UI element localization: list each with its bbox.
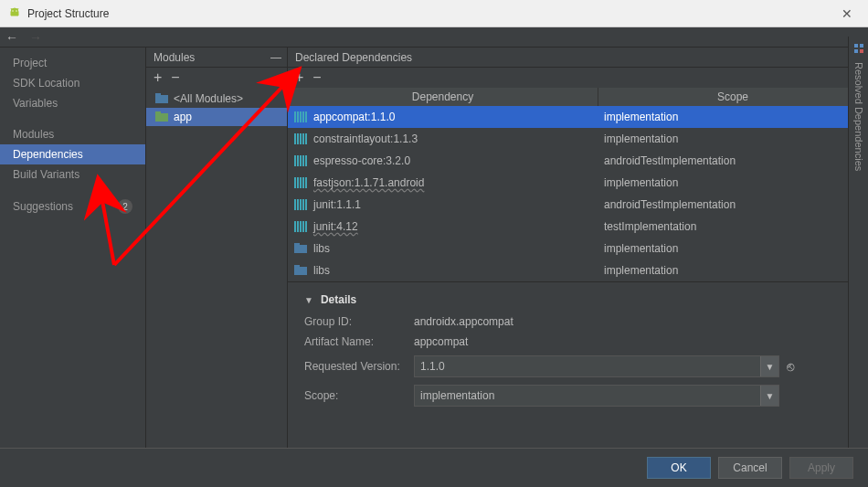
dependency-row[interactable]: libsimplementation [288, 238, 868, 259]
dependency-name: junit:4.12 [313, 220, 358, 233]
nav-suggestions[interactable]: Suggestions 2 [0, 196, 145, 217]
chevron-down-icon[interactable]: ▼ [760, 356, 778, 376]
library-icon [293, 198, 308, 211]
dependencies-panel: Declared Dependencies + − Dependency Sco… [288, 48, 868, 448]
ok-button[interactable]: OK [647, 457, 711, 479]
version-dropdown[interactable]: 1.1.0 ▼ [414, 355, 779, 377]
svg-rect-12 [297, 133, 299, 144]
resolved-dependencies-tab[interactable]: Resolved Dependencies [848, 37, 868, 448]
dependency-name: espresso-core:3.2.0 [313, 154, 410, 167]
cancel-button[interactable]: Cancel [718, 457, 782, 479]
svg-rect-30 [305, 199, 307, 210]
nav-modules[interactable]: Modules [0, 124, 145, 144]
dependency-scope: implementation [598, 132, 868, 145]
svg-rect-19 [302, 155, 304, 166]
details-section: ▼ Details Group ID: androidx.appcompat A… [288, 281, 868, 421]
add-module-button[interactable]: + [153, 69, 162, 86]
connect-icon[interactable]: ⎋ [787, 359, 794, 374]
dependency-row[interactable]: constraintlayout:1.1.3implementation [288, 128, 868, 150]
col-scope[interactable]: Scope [598, 88, 868, 106]
remove-module-button[interactable]: − [171, 69, 179, 86]
left-navigation: Project SDK Location Variables Modules D… [0, 48, 146, 448]
library-icon [293, 176, 308, 189]
dependency-row[interactable]: fastjson:1.1.71.androidimplementation [288, 172, 868, 194]
nav-sdk-location[interactable]: SDK Location [0, 73, 145, 93]
folder-icon [155, 93, 168, 104]
module-app[interactable]: app [146, 108, 287, 126]
svg-rect-22 [297, 177, 299, 188]
scope-label: Scope: [304, 389, 414, 402]
svg-rect-32 [297, 221, 299, 232]
svg-rect-41 [860, 44, 863, 48]
close-icon[interactable]: ✕ [833, 6, 861, 21]
suggestions-badge: 2 [118, 199, 132, 214]
dependency-scope: implementation [598, 264, 868, 277]
svg-rect-20 [305, 155, 307, 166]
modules-header: Modules — [146, 48, 287, 68]
back-arrow-icon[interactable]: ← [5, 30, 18, 45]
deps-header: Declared Dependencies [288, 48, 868, 68]
apply-button[interactable]: Apply [789, 457, 853, 479]
scope-dropdown[interactable]: implementation ▼ [414, 385, 779, 407]
svg-rect-23 [300, 177, 302, 188]
svg-point-1 [16, 10, 16, 11]
svg-rect-24 [302, 177, 304, 188]
dependency-row[interactable]: junit:1.1.1androidTestImplementation [288, 194, 868, 216]
svg-rect-10 [305, 111, 307, 122]
module-all[interactable]: <All Modules> [146, 90, 287, 108]
svg-rect-21 [294, 177, 296, 188]
svg-rect-35 [305, 221, 307, 232]
svg-rect-28 [300, 199, 302, 210]
add-dependency-button[interactable]: + [295, 69, 303, 86]
dependency-name: fastjson:1.1.71.android [313, 176, 424, 189]
svg-rect-11 [294, 133, 296, 144]
svg-rect-17 [297, 155, 299, 166]
dependency-name: libs [313, 264, 330, 277]
group-id-label: Group ID: [304, 315, 414, 328]
title-bar: Project Structure ✕ [0, 0, 868, 27]
dependency-scope: androidTestImplementation [598, 154, 868, 167]
nav-variables[interactable]: Variables [0, 93, 145, 113]
svg-rect-27 [297, 199, 299, 210]
minimize-icon[interactable]: — [270, 51, 281, 64]
dependency-row[interactable]: libsimplementation [288, 259, 868, 281]
dependency-row[interactable]: appcompat:1.1.0implementation [288, 106, 868, 128]
remove-dependency-button[interactable]: − [312, 69, 321, 86]
svg-rect-29 [302, 199, 304, 210]
dependency-row[interactable]: junit:4.12testImplementation [288, 216, 868, 238]
nav-project[interactable]: Project [0, 53, 145, 73]
dependency-scope: implementation [598, 242, 868, 255]
artifact-label: Artifact Name: [304, 335, 414, 348]
nav-build-variants[interactable]: Build Variants [0, 164, 145, 185]
details-title: Details [321, 293, 356, 306]
folder-icon [155, 111, 168, 122]
col-dependency[interactable]: Dependency [288, 88, 598, 106]
library-icon [293, 154, 308, 167]
nav-dependencies[interactable]: Dependencies [0, 144, 145, 164]
svg-rect-39 [294, 265, 300, 268]
artifact-value: appcompat [414, 335, 468, 348]
svg-rect-16 [294, 155, 296, 166]
svg-rect-8 [300, 111, 302, 122]
collapse-icon[interactable]: ▼ [304, 295, 313, 305]
chevron-down-icon[interactable]: ▼ [760, 386, 778, 406]
dependency-row[interactable]: espresso-core:3.2.0androidTestImplementa… [288, 150, 868, 172]
forward-arrow-icon[interactable]: → [29, 30, 42, 45]
svg-rect-15 [305, 133, 307, 144]
window-title: Project Structure [27, 7, 833, 20]
svg-rect-7 [297, 111, 299, 122]
dependency-scope: testImplementation [598, 220, 868, 233]
svg-rect-4 [155, 113, 168, 122]
svg-rect-2 [155, 95, 168, 103]
svg-rect-34 [302, 221, 304, 232]
svg-rect-26 [294, 199, 296, 210]
svg-rect-33 [300, 221, 302, 232]
dependency-name: libs [313, 242, 330, 255]
modules-panel: Modules — + − <All Modules> app [146, 48, 288, 448]
svg-rect-13 [300, 133, 302, 144]
svg-rect-18 [300, 155, 302, 166]
svg-rect-43 [860, 49, 863, 53]
svg-rect-25 [305, 177, 307, 188]
nav-toolbar: ← → [0, 27, 868, 48]
svg-rect-9 [302, 111, 304, 122]
